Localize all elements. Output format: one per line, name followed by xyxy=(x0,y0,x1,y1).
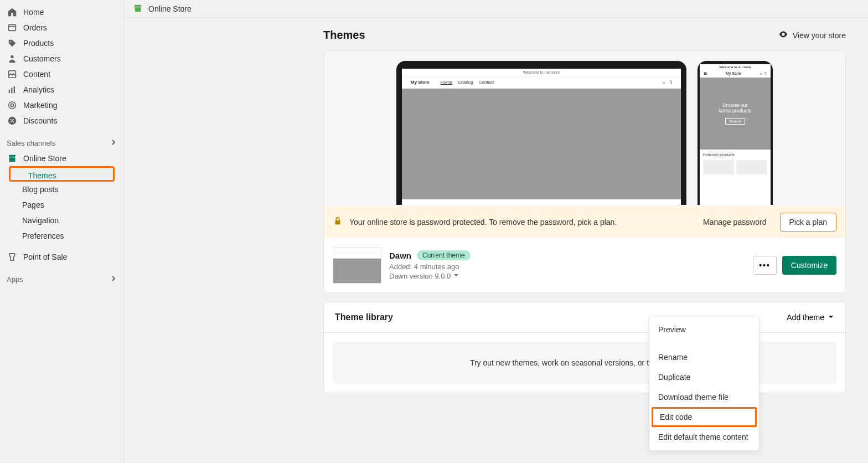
sidebar-item-online-store[interactable]: Online Store xyxy=(0,151,123,166)
sidebar-item-discounts[interactable]: Discounts xyxy=(0,113,123,128)
topbar-title: Online Store xyxy=(148,4,192,13)
add-theme-label: Add theme xyxy=(787,313,824,322)
add-theme-button[interactable]: Add theme xyxy=(787,313,834,322)
sidebar-item-marketing[interactable]: Marketing xyxy=(0,97,123,113)
preview-announce: Welcome to our store xyxy=(402,69,681,76)
page-header: Themes View your store xyxy=(124,18,868,50)
sidebar-item-content[interactable]: Content xyxy=(0,66,123,82)
theme-added: Added: 4 minutes ago xyxy=(389,263,745,271)
banner-text: Your online store is password protected.… xyxy=(349,218,690,227)
menu-edit-code[interactable]: Edit code xyxy=(652,407,757,427)
theme-actions-menu: Preview Rename Duplicate Download theme … xyxy=(649,316,760,451)
more-actions-button[interactable]: ••• xyxy=(753,256,777,275)
sidebar-item-customers[interactable]: Customers xyxy=(0,51,123,66)
svg-point-10 xyxy=(11,119,12,120)
svg-rect-12 xyxy=(9,157,16,162)
sidebar-subitem-blog-posts[interactable]: Blog posts xyxy=(0,182,123,197)
eye-icon xyxy=(778,29,788,41)
mobile-hero-line1: Browse our xyxy=(719,102,752,108)
manage-password-button[interactable]: Manage password xyxy=(696,213,773,231)
featured-label: Featured products xyxy=(700,150,771,160)
svg-point-1 xyxy=(10,41,11,42)
current-theme-badge: Current theme xyxy=(417,250,471,260)
menu-edit-default[interactable]: Edit default theme content xyxy=(649,427,759,447)
svg-rect-14 xyxy=(335,220,340,224)
store-icon xyxy=(133,3,144,14)
svg-point-8 xyxy=(9,102,16,109)
sidebar-item-label: Online Store xyxy=(23,154,66,163)
home-icon xyxy=(7,7,18,18)
apps-header[interactable]: Apps xyxy=(0,271,123,287)
page-title: Themes xyxy=(323,29,365,42)
view-store-link[interactable]: View your store xyxy=(778,29,846,41)
theme-version: Dawn version 9.0.0 xyxy=(389,272,451,280)
sidebar-item-label: Analytics xyxy=(23,85,54,94)
theme-preview-card: Welcome to our store My Store Home Catal… xyxy=(323,50,846,293)
customers-icon xyxy=(7,53,18,64)
theme-name: Dawn xyxy=(389,251,411,260)
analytics-icon xyxy=(7,84,18,95)
orders-icon xyxy=(7,22,18,33)
sidebar: Home Orders Products Customers Content A… xyxy=(0,0,124,463)
sidebar-subitem-themes[interactable]: Themes xyxy=(9,166,115,182)
chevron-right-icon xyxy=(110,139,117,147)
products-icon xyxy=(7,38,18,49)
svg-rect-13 xyxy=(135,7,141,12)
sidebar-item-label: Marketing xyxy=(23,101,57,110)
sidebar-item-label: Products xyxy=(23,39,54,48)
preview-nav-home: Home xyxy=(441,80,452,85)
theme-library-card: Theme library Add theme Try out new them… xyxy=(323,302,846,393)
sales-header-label: Sales channels xyxy=(7,139,55,147)
mobile-hero-line2: latest products xyxy=(719,108,752,114)
sidebar-item-orders[interactable]: Orders xyxy=(0,20,123,35)
customize-button[interactable]: Customize xyxy=(782,256,836,275)
sidebar-subitem-pages[interactable]: Pages xyxy=(0,197,123,213)
library-title: Theme library xyxy=(335,312,393,322)
desktop-preview: Welcome to our store My Store Home Catal… xyxy=(396,61,686,205)
sidebar-item-label: Orders xyxy=(23,23,47,32)
sidebar-item-label: Point of Sale xyxy=(23,253,67,261)
sidebar-subitem-preferences[interactable]: Preferences xyxy=(0,228,123,244)
topbar: Online Store xyxy=(124,0,868,18)
search-icon: ⌕ xyxy=(760,71,762,76)
lock-icon xyxy=(333,216,343,228)
svg-point-7 xyxy=(11,104,13,106)
chevron-right-icon xyxy=(110,275,117,284)
chevron-down-icon[interactable] xyxy=(453,272,459,280)
view-store-label: View your store xyxy=(793,31,846,40)
bag-icon: ▯ xyxy=(764,71,767,76)
sales-channels-header[interactable]: Sales channels xyxy=(0,135,123,151)
sidebar-item-label: Home xyxy=(23,8,44,17)
svg-rect-0 xyxy=(9,25,16,31)
mobile-preview: Welcome to our store ☰ My Store ⌕ ▯ Brow… xyxy=(698,61,773,205)
menu-duplicate[interactable]: Duplicate xyxy=(649,367,759,387)
svg-point-11 xyxy=(13,121,14,122)
menu-preview[interactable]: Preview xyxy=(649,320,759,339)
apps-header-label: Apps xyxy=(7,275,23,284)
sidebar-item-pos[interactable]: Point of Sale xyxy=(0,249,123,265)
menu-rename[interactable]: Rename xyxy=(649,347,759,367)
store-icon xyxy=(7,153,18,164)
theme-thumbnail xyxy=(333,247,381,284)
mobile-hero-btn: Shop all xyxy=(725,118,745,125)
svg-rect-4 xyxy=(9,90,10,93)
svg-point-2 xyxy=(11,55,13,58)
sidebar-item-label: Customers xyxy=(23,54,61,63)
bag-icon: ▯ xyxy=(670,80,672,85)
password-banner: Your online store is password protected.… xyxy=(324,206,845,238)
dots-icon: ••• xyxy=(759,261,771,270)
pos-icon xyxy=(7,251,18,263)
svg-rect-5 xyxy=(11,88,12,93)
preview-store-name: My Store xyxy=(411,80,430,85)
search-icon: ⌕ xyxy=(663,80,665,85)
menu-download[interactable]: Download theme file xyxy=(649,387,759,407)
sidebar-item-label: Content xyxy=(23,70,50,79)
sidebar-item-analytics[interactable]: Analytics xyxy=(0,82,123,97)
preview-announce: Welcome to our store xyxy=(700,64,771,70)
preview-store-name: My Store xyxy=(726,71,741,76)
pick-plan-button[interactable]: Pick a plan xyxy=(780,213,836,232)
sidebar-item-products[interactable]: Products xyxy=(0,35,123,51)
sidebar-item-label: Discounts xyxy=(23,116,57,125)
sidebar-item-home[interactable]: Home xyxy=(0,4,123,20)
sidebar-subitem-navigation[interactable]: Navigation xyxy=(0,213,123,228)
